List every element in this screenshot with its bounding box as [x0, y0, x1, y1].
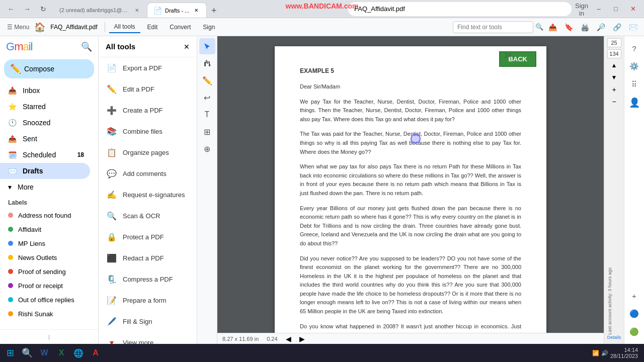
label-rishi-sunak[interactable]: Rishi Sunak [0, 307, 90, 321]
pdf-vertical-toolbar: ✏️ ↩ T ⊞ ⊕ [197, 36, 217, 344]
tool-export-pdf[interactable]: 📄 Export a PDF [99, 57, 197, 78]
tool-view-more[interactable]: ▾ View more [99, 332, 197, 344]
expand-btn[interactable]: + [626, 288, 642, 304]
sidebar-item-drafts[interactable]: ✉️ Drafts [0, 163, 90, 179]
drafts-label: Drafts [23, 167, 43, 175]
sidebar-item-more[interactable]: ▾ More [0, 179, 90, 195]
add-comments-icon: 💬 [106, 167, 118, 179]
eraser-tool-btn[interactable]: ↩ [199, 89, 215, 106]
svg-rect-0 [206, 60, 207, 63]
label-address-not-found[interactable]: Address not found [0, 208, 90, 222]
measure-tool-btn[interactable]: ⊞ [199, 124, 215, 140]
pdf-menu-btn[interactable]: ☰ Menu [4, 22, 32, 33]
sign-in-btn[interactable]: Sign in [575, 2, 589, 16]
protect-pdf-icon: 🔒 [106, 231, 118, 243]
right-extra-btn[interactable]: 🟢 [626, 324, 642, 340]
compose-label: Compose [24, 65, 54, 73]
label-proof-of-receipt[interactable]: Proof or receipt [0, 279, 90, 293]
taskbar-acrobat-btn[interactable]: A [88, 345, 104, 361]
tool-combine-files[interactable]: 📚 Combine files [99, 121, 197, 142]
more-label: More [18, 183, 34, 191]
bookmark-icon-btn[interactable]: 🔖 [561, 20, 576, 34]
tab-convert[interactable]: Convert [165, 22, 196, 33]
hand-tool-btn[interactable] [199, 55, 215, 71]
apps-btn[interactable]: ⠿ [626, 76, 642, 93]
taskbar-search-btn[interactable]: 🔍 [19, 345, 35, 361]
zoom-in-btn[interactable]: + [607, 84, 621, 95]
forward-btn[interactable]: → [20, 2, 34, 16]
tool-edit-pdf[interactable]: ✏️ Edit a PDF [99, 78, 197, 100]
tool-protect-pdf[interactable]: 🔒 Protect a PDF [99, 226, 197, 247]
label-affidavit[interactable]: Affidavit [0, 222, 90, 236]
collapse-btn[interactable]: 🔵 [626, 306, 642, 322]
maximize-btn[interactable]: □ [609, 2, 623, 16]
details-link[interactable]: Details [607, 335, 621, 340]
sent-icon: 📤 [8, 135, 17, 143]
annotate-tool-btn[interactable]: T [199, 107, 215, 123]
windows-start-btn[interactable]: ⊞ [2, 345, 18, 361]
tab-pdf-close[interactable]: ✕ [192, 7, 200, 15]
tool-add-comments[interactable]: 💬 Add comments [99, 163, 197, 184]
close-tools-btn[interactable]: ✕ [184, 43, 190, 51]
minimize-btn[interactable]: – [592, 2, 606, 16]
scroll-up-btn[interactable]: ▲ [607, 60, 621, 70]
taskbar-browser-btn[interactable]: 🌐 [70, 345, 87, 361]
sidebar-item-inbox[interactable]: 📥 Inbox [0, 82, 90, 99]
pdf-search-input[interactable] [453, 21, 533, 33]
tool-compress-pdf[interactable]: 🗜️ Compress a PDF [99, 268, 197, 290]
help-btn[interactable]: ? [626, 40, 642, 56]
tab-sign[interactable]: Sign [198, 22, 220, 33]
prev-page-btn[interactable]: ◀ [286, 335, 291, 343]
label-dot [8, 311, 13, 316]
tool-prepare-form[interactable]: 📝 Prepare a form [99, 290, 197, 311]
taskbar-word-btn[interactable]: W [36, 345, 52, 361]
label-proof-of-sending[interactable]: Proof of sending [0, 264, 90, 279]
pdf-page-container[interactable]: BACK 24 EXAMPLE 5 Dear Sir/Madam We pay … [217, 36, 604, 333]
inbox-icon: 📥 [8, 86, 17, 95]
sidebar-item-sent[interactable]: 📤 Sent [0, 131, 90, 147]
address-bar[interactable] [348, 2, 572, 16]
close-btn[interactable]: ✕ [626, 2, 640, 16]
tool-scan-ocr[interactable]: 🔍 Scan & OCR [99, 205, 197, 226]
new-tab-btn[interactable]: + [207, 4, 221, 18]
zoom-pdf-tool-btn[interactable]: ⊕ [199, 141, 215, 157]
sidebar-item-snoozed[interactable]: 🕐 Snoozed [0, 115, 90, 131]
pdf-toolbar: ☰ Menu 🏠 FAQ_Affidavit.pdf All tools Edi… [0, 18, 644, 36]
label-mp-liens[interactable]: MP Liens [0, 236, 90, 250]
tab-edit[interactable]: Edit [142, 22, 163, 33]
link-btn[interactable]: 🔗 [610, 20, 624, 34]
tab-all-tools[interactable]: All tools [109, 21, 140, 33]
zoom-icon-btn[interactable]: 🔎 [594, 20, 608, 34]
label-out-of-office[interactable]: Out of office replies [0, 293, 90, 307]
tab-gmail-close[interactable]: ✕ [133, 6, 141, 14]
back-btn[interactable]: ← [4, 2, 18, 16]
print-btn[interactable]: 🖨️ [578, 20, 592, 34]
settings-btn[interactable]: ⚙️ [626, 58, 642, 74]
sidebar-item-scheduled[interactable]: 🗓️ Scheduled 18 [0, 147, 90, 163]
refresh-btn[interactable]: ↻ [36, 2, 50, 16]
search-gmail-btn[interactable]: 🔍 [81, 41, 92, 52]
next-page-btn[interactable]: ▶ [299, 335, 305, 343]
bottom-taskbar: ⊞ 🔍 W X 🌐 A 📶 🔊 14:14 28/11/2023 [0, 344, 644, 362]
scroll-down-btn[interactable]: ▼ [607, 72, 621, 82]
tool-redact-pdf[interactable]: ⬛ Redact a PDF [99, 247, 197, 268]
compose-btn[interactable]: ✏️ Compose [4, 59, 94, 78]
network-icon: 📶 [592, 350, 599, 356]
zoom-out-btn[interactable]: − [607, 97, 621, 107]
label-news-outlets[interactable]: News Outlets [0, 250, 90, 264]
pen-tool-btn[interactable]: ✏️ [199, 72, 215, 88]
share-btn[interactable]: 📤 [545, 20, 559, 34]
tool-request-esig[interactable]: ✍️ Request e-signatures [99, 184, 197, 205]
profile-btn[interactable]: 👤 [626, 95, 642, 111]
label-name: Proof of sending [18, 268, 66, 276]
tab-gmail[interactable]: (2 unread) allanbriggs1@yahoo.co... ✕ [53, 3, 147, 18]
sidebar-item-starred[interactable]: ⭐ Starred [0, 99, 90, 115]
taskbar-excel-btn[interactable]: X [53, 345, 69, 361]
tab-pdf[interactable]: 📄 Drafts - ... ✕ [147, 3, 207, 18]
tool-organize-pages[interactable]: 📋 Organize pages [99, 142, 197, 163]
tool-fill-sign[interactable]: 🖊️ Fill & Sign [99, 311, 197, 332]
pdf-heading: EXAMPLE 5 [300, 66, 521, 75]
select-tool-btn[interactable] [199, 38, 215, 54]
mail-btn[interactable]: ✉️ [626, 20, 640, 34]
tool-create-pdf[interactable]: ➕ Create a PDF [99, 100, 197, 121]
